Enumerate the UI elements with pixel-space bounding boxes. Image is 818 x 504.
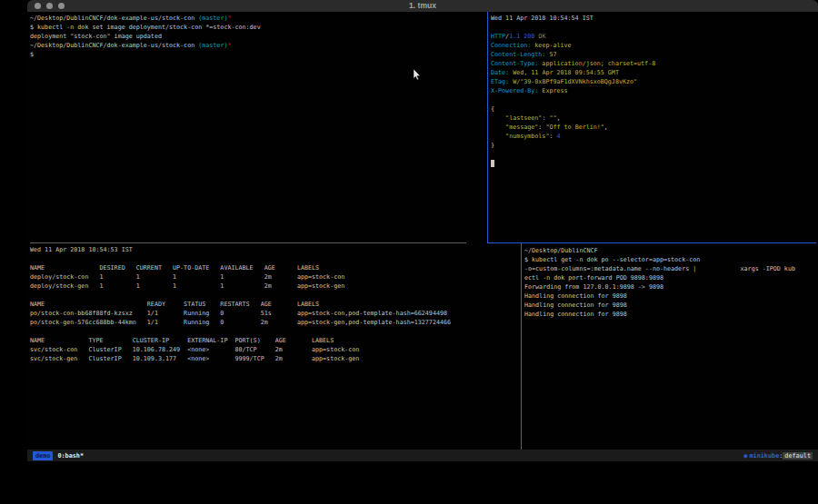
active-window-label[interactable]: 0:bash* — [57, 452, 84, 460]
terminal-line: -o=custom-columns=:metadata.name --no-he… — [524, 264, 795, 273]
terminal-line: deployment "stock-con" image updated — [30, 32, 261, 41]
terminal-line: Forwarding from 127.0.0.1:9898 -> 9898 — [524, 282, 795, 292]
session-name-badge[interactable]: demo — [33, 451, 53, 460]
terminal-line: } — [491, 141, 655, 150]
terminal-line: deploy/stock-con 1 1 1 1 2m app=stock-co… — [30, 272, 451, 282]
terminal-line: NAME DESIRED CURRENT UP-TO-DATE AVAILABL… — [30, 263, 451, 272]
terminal-line: NAME READY STATUS RESTARTS AGE LABELS — [30, 300, 451, 309]
terminal-line: { — [491, 104, 655, 114]
traffic-lights — [35, 0, 65, 12]
pane-border-horizontal-active[interactable] — [487, 242, 816, 243]
terminal-line: $ — [30, 50, 261, 59]
terminal-line: $ kubectl -n dok set image deployment/st… — [30, 23, 261, 32]
terminal-line: Handling connection for 9898 — [524, 292, 795, 301]
pane-bottom-left-kubectl-watch[interactable]: Wed 11 Apr 2018 10:54:53 IST NAME DESIRE… — [30, 245, 451, 363]
terminal-line: ~/Desktop/DublinCNCF/dok-example-us/stoc… — [30, 41, 261, 50]
close-button[interactable] — [35, 3, 41, 9]
terminal-line — [491, 23, 655, 32]
desktop: 1. tmux ~/Desktop/DublinCNCF/dok-example… — [0, 0, 818, 504]
terminal-line — [30, 327, 451, 336]
terminal-line: po/stock-gen-576cc688bb-44kmn 1/1 Runnin… — [30, 318, 451, 327]
pane-border-vertical-active[interactable] — [487, 12, 488, 242]
pane-top-left-shell[interactable]: ~/Desktop/DublinCNCF/dok-example-us/stoc… — [30, 14, 261, 59]
terminal-line — [491, 159, 655, 168]
terminal-line — [491, 95, 655, 104]
pane-top-right-http-response[interactable]: Wed 11 Apr 2018 10:54:54 IST HTTP/1.1 20… — [491, 14, 655, 168]
terminal-line: deploy/stock-gen 1 1 1 1 2m app=stock-ge… — [30, 282, 451, 291]
terminal-line: svc/stock-con ClusterIP 10.106.78.249 <n… — [30, 345, 451, 354]
terminal-line: Wed 11 Apr 2018 10:54:54 IST — [491, 14, 655, 23]
terminal-line: X-Powered-By: Express — [491, 86, 655, 95]
terminal-line: ETag: W/"39-0xBPf9aF1dXVNkhsxoBQgJ8vKzo" — [491, 77, 655, 86]
terminal-line: "message": "Off to Berlin!", — [491, 123, 655, 132]
kubernetes-icon: ◉ — [743, 452, 747, 460]
terminal-line: ~/Desktop/DublinCNCF/dok-example-us/stoc… — [30, 14, 261, 23]
terminal-line: svc/stock-gen ClusterIP 10.109.3.177 <no… — [30, 354, 451, 363]
terminal-line: Wed 11 Apr 2018 10:54:53 IST — [30, 245, 451, 254]
kube-context: minikube — [750, 452, 780, 460]
terminal-line: NAME TYPE CLUSTER-IP EXTERNAL-IP PORT(S)… — [30, 336, 451, 345]
terminal-line: ectl -n dok port-forward POD 9898:9898 — [524, 273, 795, 282]
minimize-button[interactable] — [46, 3, 53, 9]
pane-border-vertical-bottom[interactable] — [521, 243, 522, 450]
terminal-line: Content-Length: 57 — [491, 50, 655, 59]
tmux-status-bar: demo 0:bash* ◉ minikube : default — [27, 450, 818, 461]
terminal-line: Date: Wed, 11 Apr 2018 09:54:55 GMT — [491, 68, 655, 77]
terminal-line — [491, 150, 655, 159]
terminal-line: Content-Type: application/json; charset=… — [491, 59, 655, 68]
terminal-line: po/stock-con-bb68f88fd-kzsxz 1/1 Running… — [30, 309, 451, 318]
window-title: 1. tmux — [27, 0, 818, 12]
zoom-button[interactable] — [58, 3, 65, 9]
terminal-line: "lastseen": "", — [491, 114, 655, 123]
pane-border-horizontal-left[interactable] — [30, 242, 466, 243]
status-right: ◉ minikube : default — [743, 452, 813, 460]
terminal-line: Connection: keep-alive — [491, 41, 655, 50]
terminal-line — [30, 291, 451, 300]
window-titlebar[interactable]: 1. tmux — [27, 0, 818, 12]
kube-namespace: default — [783, 452, 813, 460]
terminal-line: Handling connection for 9898 — [524, 310, 795, 319]
terminal-line: Handling connection for 9898 — [524, 301, 795, 310]
terminal-line — [30, 254, 451, 263]
terminal-line: HTTP/1.1 200 OK — [491, 32, 655, 41]
terminal-line: $ kubectl get -n dok po --selector=app=s… — [524, 255, 795, 264]
terminal-line: ~/Desktop/DublinCNCF — [524, 246, 795, 255]
pane-bottom-right-port-forward[interactable]: ~/Desktop/DublinCNCF$ kubectl get -n dok… — [524, 246, 795, 319]
mouse-cursor-icon — [413, 67, 421, 84]
terminal-line: "numsymbols": 4 — [491, 132, 655, 141]
terminal-window: 1. tmux ~/Desktop/DublinCNCF/dok-example… — [27, 0, 818, 464]
